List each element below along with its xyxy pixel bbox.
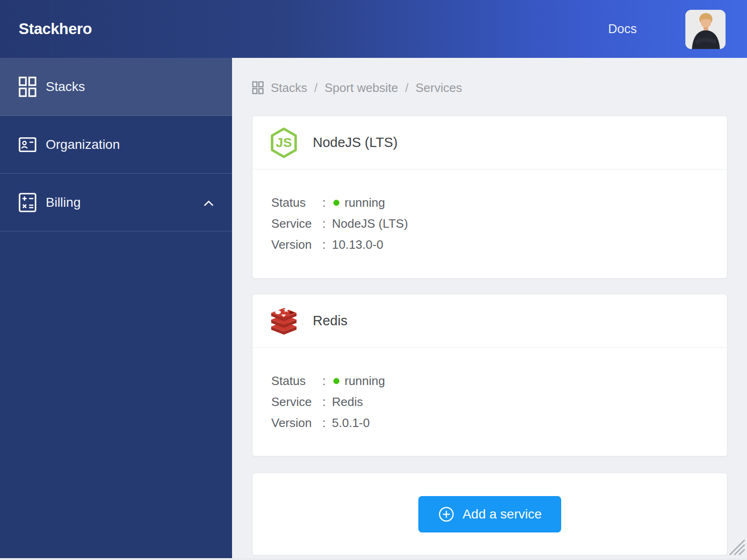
service-card-header: JS NodeJS (LTS) xyxy=(253,116,727,169)
status-row: Status : running xyxy=(271,196,708,210)
row-colon: : xyxy=(318,238,330,252)
sidebar-item-label: Billing xyxy=(46,195,81,210)
app-logo: Stackhero xyxy=(19,0,92,58)
status-row: Status : running xyxy=(271,374,708,388)
main-content: Stacks / Sport website / Services JS Nod… xyxy=(232,58,747,560)
window-bottom-edge xyxy=(0,558,747,560)
service-row: Service : NodeJS (LTS) xyxy=(271,217,708,231)
service-card-body: Status : running Service : Redis Version… xyxy=(253,348,727,457)
top-header: Stackhero Docs xyxy=(0,0,747,58)
status-dot xyxy=(333,378,339,384)
service-card-header: Redis xyxy=(253,294,727,348)
breadcrumb-item-stacks[interactable]: Stacks xyxy=(271,81,307,95)
redis-icon xyxy=(269,307,298,336)
sidebar-item-label: Organization xyxy=(46,137,120,152)
service-card-nodejs: JS NodeJS (LTS) Status : running Service… xyxy=(252,116,727,279)
row-label: Version xyxy=(271,416,318,430)
calculator-icon xyxy=(19,192,36,213)
add-service-label: Add a service xyxy=(463,507,542,522)
status-dot xyxy=(333,200,339,206)
row-colon: : xyxy=(318,374,330,388)
breadcrumb-item-sport-website[interactable]: Sport website xyxy=(324,81,398,95)
svg-text:JS: JS xyxy=(276,135,292,149)
row-label: Status xyxy=(271,374,318,388)
row-label: Service xyxy=(271,395,318,409)
version-row: Version : 5.0.1-0 xyxy=(271,416,708,430)
row-colon: : xyxy=(318,395,330,409)
user-avatar[interactable] xyxy=(685,10,726,49)
row-colon: : xyxy=(318,416,330,430)
row-value: NodeJS (LTS) xyxy=(332,217,408,231)
breadcrumb: Stacks / Sport website / Services xyxy=(252,81,727,94)
breadcrumb-item-services[interactable]: Services xyxy=(416,81,462,95)
user-avatar-image xyxy=(685,10,726,49)
row-value: Redis xyxy=(332,395,363,409)
app-root: Stackhero Docs xyxy=(0,0,747,560)
row-label: Service xyxy=(271,217,318,231)
row-value: running xyxy=(345,196,385,210)
sidebar: Stacks Organization xyxy=(0,58,232,560)
add-service-card: Add a service xyxy=(252,473,727,555)
row-label: Status xyxy=(271,196,318,210)
id-card-icon xyxy=(19,137,36,153)
docs-link[interactable]: Docs xyxy=(608,0,637,58)
chevron-up-icon xyxy=(203,195,214,210)
row-colon: : xyxy=(318,196,330,210)
sidebar-item-label: Stacks xyxy=(46,79,85,94)
grid-icon xyxy=(19,77,36,97)
plus-circle-icon xyxy=(438,506,455,523)
service-card-redis: Redis Status : running Service : Redis V… xyxy=(252,294,727,456)
sidebar-item-billing[interactable]: Billing xyxy=(0,174,232,231)
service-title: NodeJS (LTS) xyxy=(313,135,398,150)
breadcrumb-separator: / xyxy=(314,81,317,95)
service-title: Redis xyxy=(313,313,347,329)
row-value: 5.0.1-0 xyxy=(332,416,370,430)
service-row: Service : Redis xyxy=(271,395,708,409)
row-colon: : xyxy=(318,217,330,231)
resize-handle[interactable] xyxy=(723,538,746,558)
nodejs-icon: JS xyxy=(269,127,298,159)
sidebar-item-stacks[interactable]: Stacks xyxy=(0,58,232,116)
add-service-button[interactable]: Add a service xyxy=(418,496,561,532)
service-card-body: Status : running Service : NodeJS (LTS) … xyxy=(253,169,727,279)
row-value: running xyxy=(345,374,385,388)
sidebar-item-organization[interactable]: Organization xyxy=(0,116,232,174)
breadcrumb-separator: / xyxy=(405,81,409,95)
grid-icon xyxy=(252,81,264,94)
version-row: Version : 10.13.0-0 xyxy=(271,238,708,252)
row-value: 10.13.0-0 xyxy=(332,238,383,252)
row-label: Version xyxy=(271,238,318,252)
